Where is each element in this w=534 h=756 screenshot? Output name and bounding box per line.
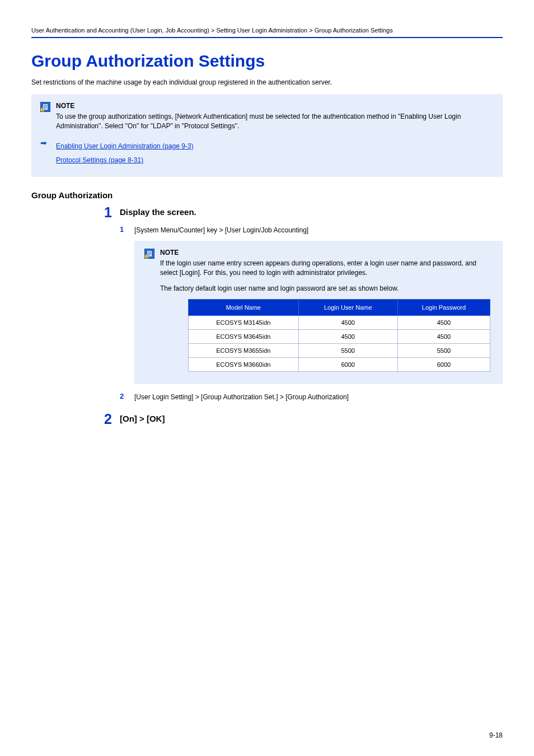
- table-header-username: Login User Name: [298, 300, 397, 316]
- cell: ECOSYS M3145idn: [189, 316, 299, 330]
- note-icon: [40, 102, 50, 114]
- note-body-2: The factory default login user name and …: [160, 284, 493, 293]
- cell: 4500: [298, 330, 397, 344]
- table-row: ECOSYS M3655idn 5500 5500: [189, 344, 490, 358]
- note-heading: NOTE: [56, 102, 494, 110]
- step-2-heading: [On] > [OK]: [120, 414, 165, 423]
- link-enabling-user-login[interactable]: Enabling User Login Administration (page…: [56, 142, 193, 150]
- table-header-model: Model Name: [189, 300, 299, 316]
- substep-number-2: 2: [120, 392, 127, 400]
- cell: 4500: [298, 316, 397, 330]
- cell: ECOSYS M3645idn: [189, 330, 299, 344]
- cell: 5500: [298, 344, 397, 358]
- cell: 6000: [298, 358, 397, 372]
- note-heading: NOTE: [160, 249, 493, 256]
- note-body: To use the group authorization settings,…: [56, 112, 494, 132]
- substep-number-1: 1: [120, 225, 127, 234]
- step-number-1: 1: [99, 206, 112, 220]
- section-title: Group Authorization: [31, 190, 503, 200]
- note-icon: [144, 249, 154, 261]
- table-row: ECOSYS M3660idn 6000 6000: [189, 358, 490, 372]
- table-header-password: Login Password: [397, 300, 490, 316]
- step-1-heading: Display the screen.: [120, 207, 196, 217]
- breadcrumb: User Authentication and Accounting (User…: [31, 27, 503, 34]
- cell: ECOSYS M3660idn: [189, 358, 299, 372]
- page-title: Group Authorization Settings: [31, 52, 503, 71]
- svg-point-3: [145, 255, 148, 258]
- header-divider: [31, 37, 503, 38]
- link-protocol-settings[interactable]: Protocol Settings (page 8-31): [56, 156, 143, 164]
- cell: 4500: [397, 330, 490, 344]
- cell: 5500: [397, 344, 490, 358]
- svg-point-1: [41, 108, 44, 111]
- login-credentials-table: Model Name Login User Name Login Passwor…: [188, 299, 490, 372]
- cell: 4500: [397, 316, 490, 330]
- note-box-inner: NOTE If the login user name entry screen…: [134, 241, 503, 384]
- table-row: ECOSYS M3645idn 4500 4500: [189, 330, 490, 344]
- step-number-2: 2: [99, 412, 112, 426]
- cell: ECOSYS M3655idn: [189, 344, 299, 358]
- note-body-1: If the login user name entry screen appe…: [160, 259, 493, 278]
- arrow-right-icon: ➡: [40, 138, 50, 147]
- page-number: 9-18: [489, 731, 503, 739]
- cell: 6000: [397, 358, 490, 372]
- substep-1-text: [System Menu/Counter] key > [User Login/…: [134, 225, 308, 235]
- intro-text: Set restrictions of the machine usage by…: [31, 78, 503, 86]
- table-row: ECOSYS M3145idn 4500 4500: [189, 316, 490, 330]
- note-box-top: NOTE To use the group authorization sett…: [31, 94, 503, 177]
- substep-2-text: [User Login Setting] > [Group Authorizat…: [134, 392, 349, 402]
